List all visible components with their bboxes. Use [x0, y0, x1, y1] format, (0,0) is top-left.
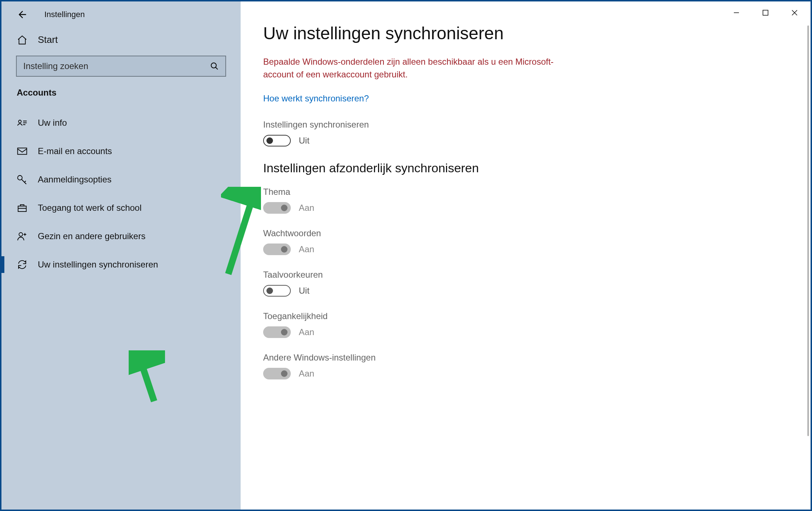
svg-point-5 [19, 233, 23, 236]
warning-text: Bepaalde Windows-onderdelen zijn alleen … [263, 56, 561, 81]
toggle-taalvoorkeuren: Taalvoorkeuren Uit [263, 270, 811, 297]
sidebar-item-work-school[interactable]: Toegang tot werk of school [1, 194, 241, 222]
search-box[interactable] [16, 56, 226, 77]
settings-window: Instellingen Start Accounts Uw info [1, 1, 811, 510]
svg-rect-6 [763, 10, 768, 15]
sidebar-item-label: Aanmeldingsopties [38, 174, 112, 185]
toggle-switch-toegankelijkheid[interactable] [263, 326, 291, 338]
sidebar-header: Instellingen [1, 9, 241, 34]
svg-rect-4 [18, 206, 27, 212]
individual-heading: Instellingen afzonderlijk synchroniseren [263, 161, 811, 175]
person-card-icon [17, 117, 28, 128]
svg-point-0 [211, 63, 216, 68]
toggle-switch-wachtwoorden[interactable] [263, 244, 291, 255]
minimize-button[interactable] [722, 3, 751, 23]
briefcase-icon [17, 202, 28, 213]
svg-point-3 [18, 176, 23, 180]
sidebar-item-uw-info[interactable]: Uw info [1, 109, 241, 137]
search-input[interactable] [23, 61, 210, 71]
close-button[interactable] [780, 3, 809, 23]
help-link[interactable]: Hoe werkt synchroniseren? [263, 93, 369, 104]
sidebar-section-heading: Accounts [1, 88, 241, 109]
sync-master-state: Uit [299, 136, 309, 146]
sidebar-item-sync-settings[interactable]: Uw instellingen synchroniseren [1, 250, 241, 279]
toggle-label: Thema [263, 187, 811, 197]
mail-icon [17, 146, 28, 157]
people-add-icon [17, 231, 28, 242]
search-icon [210, 62, 219, 71]
toggle-toegankelijkheid: Toegankelijkheid Aan [263, 311, 811, 338]
toggle-label: Toegankelijkheid [263, 311, 811, 321]
toggle-state: Aan [299, 327, 314, 337]
toggle-label: Wachtwoorden [263, 228, 811, 238]
svg-point-1 [19, 120, 21, 123]
toggle-label: Andere Windows-instellingen [263, 353, 811, 363]
sidebar-item-label: Uw instellingen synchroniseren [38, 259, 158, 270]
toggle-andere-windows: Andere Windows-instellingen Aan [263, 353, 811, 379]
toggle-state: Aan [299, 244, 314, 254]
svg-rect-2 [18, 148, 27, 154]
sidebar-item-email[interactable]: E-mail en accounts [1, 137, 241, 165]
main-panel: Uw instellingen synchroniseren Bepaalde … [241, 1, 811, 510]
minimize-icon [733, 9, 740, 16]
toggle-thema: Thema Aan [263, 187, 811, 214]
sync-master-block: Instellingen synchroniseren Uit [263, 120, 811, 146]
home-icon [17, 35, 28, 45]
home-label: Start [38, 34, 58, 45]
sidebar-item-label: Gezin en andere gebruikers [38, 231, 145, 241]
sidebar-item-label: Toegang tot werk of school [38, 203, 142, 213]
toggle-wachtwoorden: Wachtwoorden Aan [263, 228, 811, 255]
sidebar-item-signin-options[interactable]: Aanmeldingsopties [1, 165, 241, 194]
sidebar-item-family[interactable]: Gezin en andere gebruikers [1, 222, 241, 250]
toggle-label: Taalvoorkeuren [263, 270, 811, 280]
maximize-button[interactable] [751, 3, 780, 23]
sidebar-item-label: E-mail en accounts [38, 146, 112, 156]
home-button[interactable]: Start [1, 34, 241, 56]
toggle-state: Aan [299, 369, 314, 379]
toggle-switch-andere-windows[interactable] [263, 368, 291, 379]
toggle-switch-taalvoorkeuren[interactable] [263, 285, 291, 297]
scrollbar[interactable] [807, 25, 809, 436]
toggle-state: Aan [299, 203, 314, 213]
titlebar-controls [722, 3, 809, 23]
sync-master-toggle[interactable] [263, 135, 291, 146]
back-icon[interactable] [17, 9, 27, 20]
toggle-switch-thema[interactable] [263, 202, 291, 214]
sidebar: Instellingen Start Accounts Uw info [1, 1, 241, 510]
search-wrap [1, 56, 241, 88]
app-title: Instellingen [44, 10, 85, 19]
close-icon [791, 9, 798, 16]
sidebar-nav: Uw info E-mail en accounts Aanmeldingsop… [1, 109, 241, 279]
sync-master-label: Instellingen synchroniseren [263, 120, 811, 130]
key-icon [17, 174, 28, 185]
maximize-icon [762, 9, 769, 16]
page-title: Uw instellingen synchroniseren [263, 23, 811, 43]
sync-icon [17, 259, 28, 270]
sidebar-item-label: Uw info [38, 118, 67, 128]
toggle-state: Uit [299, 286, 309, 296]
